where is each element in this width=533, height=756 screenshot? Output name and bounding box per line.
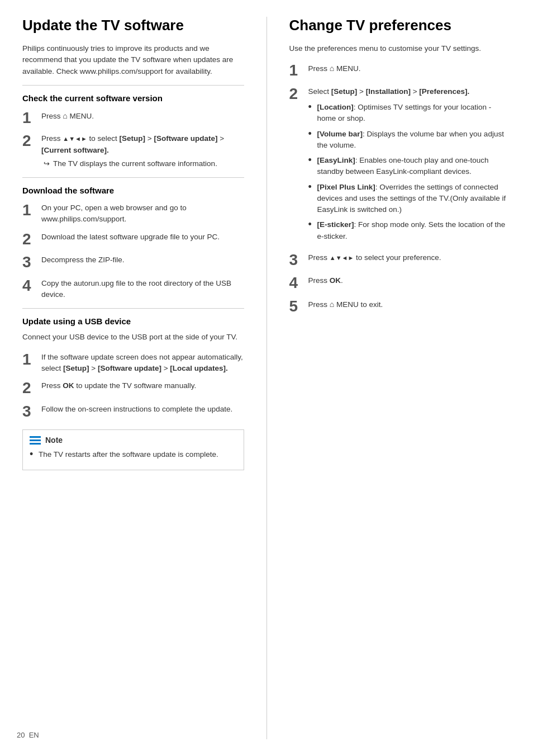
- ok-bold-right: OK: [330, 276, 341, 285]
- note-icon-line-3: [30, 443, 41, 445]
- left-intro: Philips continuously tries to improve it…: [22, 43, 244, 77]
- pref-location-text: [Location]: Optimises TV settings for yo…: [317, 102, 511, 125]
- download-step-1: 1 On your PC, open a web browser and go …: [22, 201, 244, 225]
- section-check-heading: Check the current software version: [22, 93, 244, 103]
- usb-step-2: 2 Press OK to update the TV software man…: [22, 379, 244, 398]
- pref-item-location: • [Location]: Optimises TV settings for …: [308, 102, 511, 125]
- usb-step-1-content: If the software update screen does not a…: [41, 350, 244, 375]
- software-update-bold: [Software update]: [154, 134, 218, 143]
- home-icon-right: ⌂: [330, 64, 334, 73]
- usb-sw-update-bold: [Software update]: [98, 364, 161, 372]
- check-step-2-content: Press ▲▼◄► to select [Setup] > [Software…: [41, 131, 244, 169]
- usb-step-3: 3 Follow the on-screen instructions to c…: [22, 402, 244, 421]
- column-divider: [266, 17, 267, 739]
- pref-volume-text: [Volume bar]: Displays the volume bar wh…: [317, 129, 511, 152]
- dl-step-3-content: Decompress the ZIP-file.: [41, 253, 125, 266]
- right-step-5: 5 Press ⌂ MENU to exit.: [289, 297, 511, 316]
- right-num-1: 1: [289, 61, 305, 80]
- usb-step-2-content: Press OK to update the TV software manua…: [41, 379, 196, 391]
- arrow-symbol-1: ↪: [44, 158, 50, 169]
- note-content: • The TV restarts after the software upd…: [30, 449, 237, 460]
- nav-arrows-1: ▲▼◄►: [63, 135, 87, 142]
- home-icon-1: ⌂: [63, 111, 67, 120]
- left-column: Update the TV software Philips continuou…: [17, 17, 250, 739]
- section-usb-heading: Update using a USB device: [22, 316, 244, 326]
- section-usb: Update using a USB device Connect your U…: [22, 316, 244, 420]
- pref-easylink-text: [EasyLink]: Enables one-touch play and o…: [317, 155, 511, 178]
- note-icon-line-1: [30, 436, 41, 438]
- page-number: 20: [17, 731, 25, 739]
- note-item-1: • The TV restarts after the software upd…: [30, 449, 237, 460]
- ok-bold-1: OK: [63, 381, 74, 390]
- check-step-1: 1 Press ⌂ MENU.: [22, 108, 244, 127]
- r-setup-bold: [Setup]: [331, 87, 358, 96]
- right-step-1: 1 Press ⌂ MENU.: [289, 61, 511, 80]
- section-usb-intro: Connect your USB device to the USB port …: [22, 332, 244, 343]
- section-check: Check the current software version 1 Pre…: [22, 93, 244, 169]
- home-icon-exit: ⌂: [330, 300, 334, 309]
- usb-num-3: 3: [22, 402, 38, 421]
- r-installation-bold: [Installation]: [366, 87, 411, 96]
- note-box: Note • The TV restarts after the softwar…: [22, 429, 244, 470]
- right-step-2: 2 Select [Setup] > [Installation] > [Pre…: [289, 84, 511, 246]
- right-step-4: 4 Press OK.: [289, 273, 511, 292]
- page-footer: 20 EN: [17, 731, 39, 739]
- dl-step-2-content: Download the latest software upgrade fil…: [41, 230, 220, 243]
- note-bullet-list: • The TV restarts after the software upd…: [30, 449, 237, 460]
- right-num-2: 2: [289, 84, 305, 103]
- note-icon-line-2: [30, 440, 41, 441]
- page-lang: EN: [29, 731, 39, 739]
- pref-esticker-text: [E-sticker]: For shop mode only. Sets th…: [317, 219, 511, 242]
- right-step-3: 3 Press ▲▼◄► to select your preference.: [289, 251, 511, 270]
- download-step-4: 4 Copy the autorun.upg file to the root …: [22, 276, 244, 301]
- right-num-5: 5: [289, 297, 305, 316]
- pref-pixelplus-text: [Pixel Plus Link]: Overrides the setting…: [317, 182, 511, 216]
- right-title: Change TV preferences: [289, 17, 511, 34]
- nav-arrows-right: ▲▼◄►: [330, 254, 354, 261]
- r-preferences-bold: [Preferences].: [419, 87, 469, 96]
- dl-num-4: 4: [22, 276, 38, 295]
- section-download-heading: Download the software: [22, 186, 244, 195]
- usb-num-2: 2: [22, 379, 38, 398]
- left-title: Update the TV software: [22, 17, 244, 34]
- pref-item-volume: • [Volume bar]: Displays the volume bar …: [308, 129, 511, 152]
- usb-step-3-content: Follow the on-screen instructions to com…: [41, 402, 232, 415]
- step-2-arrow-text: The TV displays the current software inf…: [53, 158, 217, 169]
- download-step-3: 3 Decompress the ZIP-file.: [22, 253, 244, 272]
- step-2-arrow: ↪ The TV displays the current software i…: [44, 158, 244, 169]
- note-item-1-text: The TV restarts after the software updat…: [39, 449, 218, 460]
- bullet-dot-2: •: [308, 129, 317, 140]
- bullet-dot-5: •: [308, 219, 317, 230]
- right-step-5-content: Press ⌂ MENU to exit.: [308, 297, 383, 310]
- right-step-2-content: Select [Setup] > [Installation] > [Prefe…: [308, 84, 511, 246]
- check-steps-list: 1 Press ⌂ MENU. 2 Press ▲▼◄► to select […: [22, 108, 244, 169]
- pref-item-esticker: • [E-sticker]: For shop mode only. Sets …: [308, 219, 511, 242]
- note-header: Note: [30, 436, 237, 445]
- usb-local-bold: [Local updates].: [170, 364, 228, 372]
- right-num-3: 3: [289, 251, 305, 270]
- preferences-bullet-list: • [Location]: Optimises TV settings for …: [308, 102, 511, 242]
- dl-num-2: 2: [22, 230, 38, 249]
- section-download: Download the software 1 On your PC, open…: [22, 186, 244, 300]
- download-step-2: 2 Download the latest software upgrade f…: [22, 230, 244, 249]
- pref-item-pixelplus: • [Pixel Plus Link]: Overrides the setti…: [308, 182, 511, 216]
- divider-2: [22, 177, 244, 178]
- dl-step-4-content: Copy the autorun.upg file to the root di…: [41, 276, 244, 301]
- dl-step-1-content: On your PC, open a web browser and go to…: [41, 201, 244, 225]
- note-label: Note: [45, 436, 63, 445]
- usb-setup-bold: [Setup]: [63, 364, 89, 372]
- dl-num-1: 1: [22, 201, 38, 220]
- setup-bold: [Setup]: [120, 134, 146, 143]
- right-step-4-content: Press OK.: [308, 273, 343, 286]
- step-num-1: 1: [22, 108, 38, 127]
- check-step-2: 2 Press ▲▼◄► to select [Setup] > [Softwa…: [22, 131, 244, 169]
- bullet-dot-1: •: [308, 102, 317, 113]
- right-intro: Use the preferences menu to customise yo…: [289, 43, 511, 54]
- right-step-3-content: Press ▲▼◄► to select your preference.: [308, 251, 441, 263]
- step-num-2: 2: [22, 131, 38, 150]
- divider-3: [22, 308, 244, 309]
- current-software-bold: [Current software].: [41, 146, 109, 154]
- download-steps-list: 1 On your PC, open a web browser and go …: [22, 201, 244, 300]
- check-step-1-content: Press ⌂ MENU.: [41, 108, 94, 122]
- usb-num-1: 1: [22, 350, 38, 369]
